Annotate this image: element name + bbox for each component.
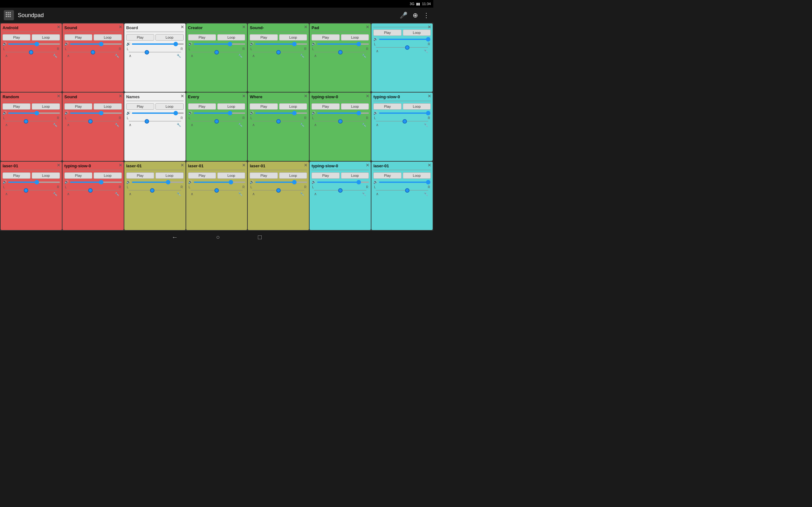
volume-track[interactable] — [132, 181, 184, 183]
settings-icon[interactable]: 🔧 — [424, 123, 428, 127]
pan-thumb[interactable] — [276, 119, 281, 124]
volume-thumb[interactable] — [35, 42, 39, 46]
volume-thumb[interactable] — [99, 42, 103, 46]
close-button[interactable]: ✕ — [304, 25, 308, 29]
pan-track[interactable] — [191, 52, 243, 52]
play-button[interactable]: Play — [188, 103, 216, 110]
pan-thumb[interactable] — [276, 50, 281, 55]
pan-thumb[interactable] — [91, 50, 95, 55]
loop-button[interactable]: Loop — [341, 34, 369, 41]
close-button[interactable]: ✕ — [181, 25, 184, 29]
loop-button[interactable]: Loop — [155, 34, 183, 41]
loop-button[interactable]: Loop — [403, 103, 431, 110]
volume-thumb[interactable] — [292, 111, 297, 115]
settings-icon[interactable]: 🔧 — [362, 54, 366, 58]
loop-button[interactable]: Loop — [217, 172, 245, 179]
settings-icon[interactable]: 🔧 — [177, 54, 181, 58]
expand-icon[interactable]: ∧ — [5, 192, 8, 196]
close-button[interactable]: ✕ — [119, 163, 122, 167]
play-button[interactable]: Play — [188, 172, 216, 179]
settings-icon[interactable]: 🔧 — [115, 192, 119, 196]
volume-track[interactable] — [8, 112, 60, 114]
close-button[interactable]: ✕ — [242, 94, 246, 98]
close-button[interactable]: ✕ — [366, 163, 369, 167]
settings-icon[interactable]: 🔧 — [115, 54, 119, 58]
settings-icon[interactable]: 🔧 — [53, 54, 57, 58]
loop-button[interactable]: Loop — [155, 172, 183, 179]
pan-thumb[interactable] — [150, 188, 154, 193]
volume-thumb[interactable] — [357, 180, 361, 184]
volume-track[interactable] — [255, 43, 307, 45]
pan-track[interactable] — [191, 121, 243, 121]
loop-button[interactable]: Loop — [94, 103, 121, 110]
expand-icon[interactable]: ∧ — [129, 54, 132, 58]
close-button[interactable]: ✕ — [427, 25, 432, 29]
pan-thumb[interactable] — [88, 119, 93, 124]
volume-thumb[interactable] — [35, 111, 39, 115]
play-button[interactable]: Play — [311, 34, 339, 41]
settings-icon[interactable]: 🔧 — [424, 49, 428, 53]
volume-track[interactable] — [194, 181, 246, 183]
volume-track[interactable] — [132, 43, 184, 45]
add-button[interactable]: ⊕ — [413, 11, 418, 19]
settings-icon[interactable]: 🔧 — [300, 54, 305, 58]
volume-track[interactable] — [194, 112, 246, 114]
pan-track[interactable] — [376, 190, 428, 190]
volume-track[interactable] — [70, 181, 122, 183]
pan-thumb[interactable] — [403, 119, 407, 124]
expand-icon[interactable]: ∧ — [314, 54, 317, 58]
close-button[interactable]: ✕ — [304, 94, 308, 98]
pan-thumb[interactable] — [24, 119, 28, 124]
play-button[interactable]: Play — [64, 172, 92, 179]
volume-thumb[interactable] — [35, 180, 39, 184]
home-button[interactable]: ○ — [216, 233, 220, 241]
settings-icon[interactable]: 🔧 — [177, 123, 181, 127]
expand-icon[interactable]: ∧ — [5, 54, 8, 58]
pan-thumb[interactable] — [88, 188, 93, 193]
volume-track[interactable] — [132, 112, 184, 114]
pan-thumb[interactable] — [338, 119, 343, 124]
volume-thumb[interactable] — [173, 42, 178, 46]
volume-track[interactable] — [8, 181, 60, 183]
settings-icon[interactable]: 🔧 — [177, 192, 181, 196]
pan-thumb[interactable] — [405, 188, 409, 193]
pan-thumb[interactable] — [276, 188, 281, 193]
pan-thumb[interactable] — [24, 188, 28, 193]
close-button[interactable]: ✕ — [427, 163, 432, 167]
volume-thumb[interactable] — [99, 180, 103, 184]
settings-icon[interactable]: 🔧 — [238, 192, 243, 196]
expand-icon[interactable]: ∧ — [314, 192, 317, 196]
volume-track[interactable] — [379, 181, 431, 183]
expand-icon[interactable]: ∧ — [129, 123, 132, 127]
pan-track[interactable] — [67, 52, 119, 52]
volume-thumb[interactable] — [99, 111, 103, 115]
expand-icon[interactable]: ∧ — [252, 123, 255, 127]
pan-track[interactable] — [191, 190, 243, 190]
volume-track[interactable] — [194, 43, 246, 45]
volume-track[interactable] — [70, 112, 122, 114]
close-button[interactable]: ✕ — [242, 25, 246, 29]
pan-thumb[interactable] — [29, 50, 33, 55]
volume-thumb[interactable] — [357, 42, 361, 46]
settings-icon[interactable]: 🔧 — [362, 192, 366, 196]
loop-button[interactable]: Loop — [403, 172, 431, 179]
volume-track[interactable] — [255, 181, 307, 183]
play-button[interactable]: Play — [64, 34, 92, 41]
play-button[interactable]: Play — [250, 34, 277, 41]
volume-track[interactable] — [70, 43, 122, 45]
settings-icon[interactable]: 🔧 — [115, 123, 119, 127]
volume-thumb[interactable] — [229, 180, 233, 184]
settings-icon[interactable]: 🔧 — [300, 192, 305, 196]
loop-button[interactable]: Loop — [32, 172, 60, 179]
loop-button[interactable]: Loop — [279, 172, 307, 179]
play-button[interactable]: Play — [3, 172, 31, 179]
settings-icon[interactable]: 🔧 — [53, 123, 57, 127]
loop-button[interactable]: Loop — [217, 103, 245, 110]
back-button[interactable]: ← — [171, 233, 178, 241]
close-button[interactable]: ✕ — [119, 25, 122, 29]
loop-button[interactable]: Loop — [94, 172, 121, 179]
expand-icon[interactable]: ∧ — [67, 123, 70, 127]
close-button[interactable]: ✕ — [366, 25, 369, 29]
pan-thumb[interactable] — [338, 188, 343, 193]
pan-track[interactable] — [67, 121, 119, 121]
